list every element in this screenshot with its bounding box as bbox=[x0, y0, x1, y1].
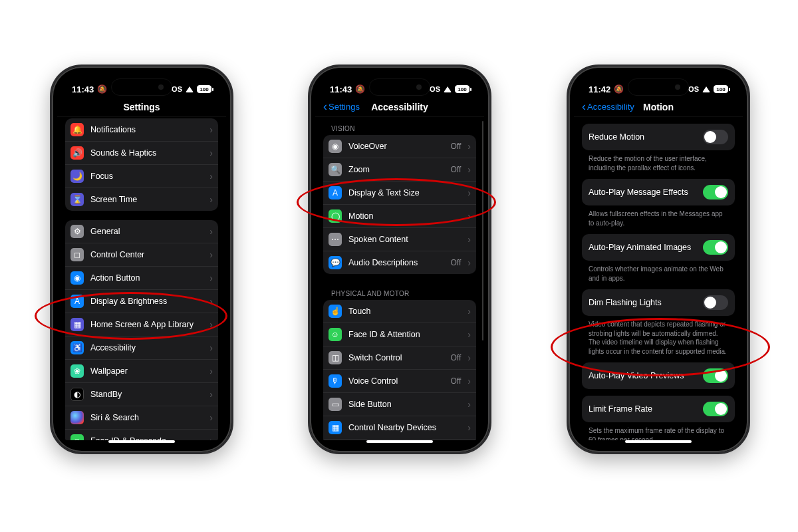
limit-frame-rate-toggle[interactable] bbox=[703, 402, 728, 416]
back-button[interactable]: ‹ Accessibility bbox=[582, 101, 634, 113]
accessibility-row[interactable]: ♿Accessibility› bbox=[65, 336, 218, 360]
dynamic-island bbox=[369, 78, 430, 96]
sounds-row[interactable]: 🔊Sounds & Haptics› bbox=[65, 142, 218, 165]
screen: 11:43 🔕 SOS 100 ‹ Settings Accessibility… bbox=[315, 72, 484, 447]
chevron-right-icon: › bbox=[209, 249, 213, 260]
row-label: StandBy bbox=[90, 390, 203, 399]
row-label: Auto-Play Animated Images bbox=[589, 243, 696, 252]
limit-frame-rate-row[interactable]: Limit Frame Rate bbox=[582, 396, 735, 422]
display-text-row[interactable]: ADisplay & Text Size› bbox=[323, 182, 476, 205]
chevron-right-icon: › bbox=[209, 389, 213, 400]
dim-flashing-toggle[interactable] bbox=[703, 295, 728, 310]
reduce-motion-row[interactable]: Reduce Motion bbox=[582, 124, 735, 150]
faceid-icon: ☺ bbox=[70, 434, 84, 440]
status-time: 11:43 bbox=[72, 84, 94, 94]
content[interactable]: 🔔Notifications›🔊Sounds & Haptics›🌙Focus›… bbox=[57, 118, 226, 440]
settings-group: 🔔Notifications›🔊Sounds & Haptics›🌙Focus›… bbox=[65, 118, 218, 211]
siri-row[interactable]: Siri & Search› bbox=[65, 406, 218, 430]
row-label: VoiceOver bbox=[348, 142, 444, 151]
chevron-right-icon: › bbox=[467, 211, 471, 221]
autoplay-video-toggle[interactable] bbox=[703, 368, 728, 383]
row-label: Screen Time bbox=[90, 195, 203, 204]
switch-control-row[interactable]: ◫Switch ControlOff› bbox=[323, 346, 476, 370]
row-label: Dim Flashing Lights bbox=[589, 298, 696, 307]
wifi-icon bbox=[702, 86, 710, 92]
back-label: Accessibility bbox=[587, 102, 634, 112]
chevron-right-icon: › bbox=[467, 376, 471, 386]
standby-row[interactable]: ◐StandBy› bbox=[65, 383, 218, 406]
notifications-row[interactable]: 🔔Notifications› bbox=[65, 118, 218, 142]
screen: 11:42 🔕 SOS 100 ‹ Accessibility Motion R… bbox=[574, 72, 743, 447]
row-label: Touch bbox=[348, 307, 461, 316]
autoplay-video-row[interactable]: Auto-Play Video Previews bbox=[582, 362, 735, 389]
side-button-row[interactable]: ▭Side Button› bbox=[323, 393, 476, 416]
chevron-right-icon: › bbox=[209, 124, 213, 135]
zoom-row[interactable]: 🔍ZoomOff› bbox=[323, 158, 476, 182]
face-attention-row[interactable]: ☺Face ID & Attention› bbox=[323, 323, 476, 346]
home-screen-row[interactable]: ▦Home Screen & App Library› bbox=[65, 313, 218, 336]
wallpaper-row[interactable]: ❀Wallpaper› bbox=[65, 360, 218, 383]
display-brightness-icon: A bbox=[70, 295, 84, 308]
chevron-right-icon: › bbox=[209, 412, 213, 423]
row-label: Motion bbox=[348, 211, 461, 221]
row-label: Wallpaper bbox=[90, 366, 203, 376]
back-button[interactable]: ‹ Settings bbox=[323, 101, 360, 113]
home-indicator[interactable] bbox=[625, 440, 692, 443]
chevron-right-icon: › bbox=[467, 399, 471, 410]
audio-desc-icon: 💬 bbox=[329, 256, 342, 269]
content[interactable]: Reduce MotionReduce the motion of the us… bbox=[574, 118, 743, 440]
toggle-group: Auto-Play Message Effects bbox=[582, 179, 735, 205]
row-label: General bbox=[90, 227, 203, 236]
row-value: Off bbox=[451, 165, 462, 174]
chevron-right-icon: › bbox=[467, 164, 471, 175]
chevron-right-icon: › bbox=[209, 366, 213, 376]
chevron-right-icon: › bbox=[209, 273, 213, 283]
audio-desc-row[interactable]: 💬Audio DescriptionsOff› bbox=[323, 251, 476, 274]
row-label: Home Screen & App Library bbox=[90, 320, 203, 329]
autoplay-animated-row[interactable]: Auto-Play Animated Images bbox=[582, 234, 735, 261]
page-title: Motion bbox=[643, 102, 674, 112]
settings-group: ◉VoiceOverOff›🔍ZoomOff›ADisplay & Text S… bbox=[323, 135, 476, 274]
control-center-row[interactable]: ◻Control Center› bbox=[65, 243, 218, 267]
row-subtext: Video content that depicts repeated flas… bbox=[582, 317, 735, 362]
screentime-row[interactable]: ⌛Screen Time› bbox=[65, 188, 218, 211]
status-time: 11:42 bbox=[589, 84, 610, 94]
dynamic-island bbox=[111, 78, 172, 96]
row-value: Off bbox=[451, 258, 462, 267]
action-button-row[interactable]: ◉Action Button› bbox=[65, 267, 218, 290]
back-label: Settings bbox=[329, 102, 360, 112]
row-subtext: Reduce the motion of the user interface,… bbox=[582, 152, 735, 179]
toggle-group: Limit Frame Rate bbox=[582, 396, 735, 422]
spoken-content-row[interactable]: ⋯Spoken Content› bbox=[323, 228, 476, 251]
autoplay-animated-toggle[interactable] bbox=[703, 240, 728, 255]
row-label: Switch Control bbox=[348, 353, 444, 362]
general-row[interactable]: ⚙General› bbox=[65, 220, 218, 243]
faceid-row[interactable]: ☺Face ID & Passcode› bbox=[65, 430, 218, 440]
chevron-right-icon: › bbox=[209, 342, 213, 353]
autoplay-message-toggle[interactable] bbox=[703, 185, 728, 200]
voiceover-row[interactable]: ◉VoiceOverOff› bbox=[323, 135, 476, 158]
autoplay-message-row[interactable]: Auto-Play Message Effects bbox=[582, 179, 735, 205]
row-label: Action Button bbox=[90, 273, 203, 283]
section-header: VISION bbox=[323, 118, 476, 135]
home-indicator[interactable] bbox=[108, 440, 175, 443]
scroll-indicator[interactable] bbox=[482, 121, 483, 340]
reduce-motion-toggle[interactable] bbox=[703, 130, 728, 144]
motion-row[interactable]: ◯Motion› bbox=[323, 205, 476, 228]
nearby-devices-row[interactable]: ▦Control Nearby Devices› bbox=[323, 416, 476, 440]
focus-row[interactable]: 🌙Focus› bbox=[65, 165, 218, 188]
voice-control-row[interactable]: 🎙Voice ControlOff› bbox=[323, 370, 476, 393]
switch-control-icon: ◫ bbox=[329, 351, 342, 364]
battery-icon: 100 bbox=[714, 85, 728, 93]
row-label: Sounds & Haptics bbox=[90, 148, 203, 158]
focus-icon: 🌙 bbox=[70, 170, 84, 183]
home-indicator[interactable] bbox=[366, 440, 433, 443]
touch-row[interactable]: ☝Touch› bbox=[323, 300, 476, 323]
screentime-icon: ⌛ bbox=[70, 193, 84, 206]
row-label: Display & Brightness bbox=[90, 297, 203, 306]
phone-accessibility: 11:43 🔕 SOS 100 ‹ Settings Accessibility… bbox=[308, 65, 491, 454]
display-brightness-row[interactable]: ADisplay & Brightness› bbox=[65, 290, 218, 313]
dim-flashing-row[interactable]: Dim Flashing Lights bbox=[582, 289, 735, 316]
phone-settings: 11:43 🔕 SOS 100 Settings 🔔Notifications›… bbox=[50, 65, 233, 454]
content[interactable]: VISION◉VoiceOverOff›🔍ZoomOff›ADisplay & … bbox=[315, 118, 484, 440]
